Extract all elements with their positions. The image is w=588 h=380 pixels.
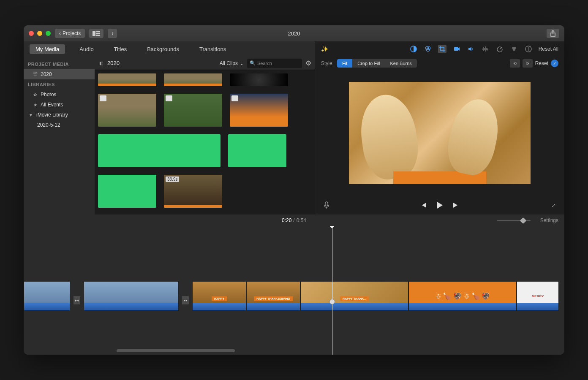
clip-grid: 38.9s [95, 70, 315, 214]
speed-icon[interactable] [495, 45, 504, 53]
effects-icon[interactable] [510, 45, 518, 53]
back-to-projects-button[interactable]: ‹ Projects [55, 29, 85, 38]
all-events-item[interactable]: ★ All Events [24, 100, 95, 110]
playback-controls: ⤢ [315, 196, 564, 214]
playhead-knob[interactable] [329, 299, 335, 304]
playhead[interactable] [332, 226, 332, 355]
share-icon [550, 30, 556, 37]
reset-all-button[interactable]: Reset All [539, 46, 558, 52]
audio-clip-thumbnail[interactable] [228, 134, 286, 167]
media-event-name: 2020 [107, 60, 120, 66]
share-button[interactable] [547, 29, 559, 38]
timeline-clip[interactable]: MERRY [517, 281, 559, 311]
tab-backgrounds[interactable]: Backgrounds [141, 44, 185, 54]
clip-thumbnail[interactable] [164, 94, 222, 127]
imovie-library-item[interactable]: ▼ iMovie Library [24, 110, 95, 120]
project-media-item[interactable]: 🎬 2020 [24, 69, 95, 79]
settings-gear-icon[interactable]: ⚙ [305, 59, 311, 67]
timeline-clip[interactable] [84, 281, 179, 311]
preview-frame[interactable] [349, 82, 531, 184]
crop-to-fill-option[interactable]: Crop to Fill [352, 59, 385, 68]
crop-icon[interactable] [438, 45, 446, 53]
volume-icon[interactable] [467, 45, 475, 53]
svg-rect-9 [454, 47, 458, 51]
rotate-cw-button[interactable]: ⟳ [523, 59, 533, 68]
rotate-ccw-button[interactable]: ⟲ [510, 59, 520, 68]
timeline-header: 0:20 / 0:54 Settings [24, 214, 564, 226]
arrange-button[interactable] [89, 29, 103, 38]
media-column: ◧ 2020 All Clips ⌄ 🔍 Search ⚙ [95, 57, 315, 214]
apply-crop-button[interactable]: ✓ [551, 60, 558, 67]
color-balance-icon[interactable] [409, 45, 418, 53]
upper-panels: My Media Audio Titles Backgrounds Transi… [24, 41, 564, 214]
filter-label: All Clips [220, 60, 238, 66]
camera-icon [231, 95, 238, 101]
event-date-item[interactable]: 2020-5-12 [24, 120, 95, 130]
timeline-clip[interactable]: HAPPY THANK... [300, 281, 408, 311]
svg-text:i: i [528, 47, 529, 52]
disclosure-triangle-icon: ▼ [28, 112, 34, 118]
app-window: ‹ Projects ↓ 2020 My Media Audio Titles … [24, 25, 564, 355]
clip-thumbnail[interactable] [230, 94, 288, 127]
search-input[interactable]: 🔍 Search [247, 59, 302, 68]
clip-thumbnail[interactable] [98, 73, 156, 86]
timeline-clip[interactable]: ☃ 🍗 🦃 ☃ 🍗 🦃 [408, 281, 517, 311]
sidebar-toggle-icon[interactable]: ◧ [98, 60, 104, 66]
audio-clip-thumbnail[interactable] [98, 175, 156, 208]
timeline-settings-button[interactable]: Settings [540, 217, 558, 223]
tab-audio[interactable]: Audio [74, 44, 99, 54]
info-icon[interactable]: i [524, 45, 533, 53]
adjustment-toolbar: ✨ i Reset All [315, 41, 564, 57]
tab-my-media[interactable]: My Media [30, 44, 65, 54]
star-icon: ★ [32, 102, 38, 108]
prev-frame-button[interactable] [420, 202, 427, 208]
play-button[interactable] [436, 201, 443, 209]
color-correction-icon[interactable] [424, 45, 432, 53]
style-label: Style: [321, 60, 334, 66]
noise-reduction-icon[interactable] [481, 45, 490, 53]
title-overlay [393, 171, 486, 184]
chevron-left-icon: ‹ [59, 30, 61, 36]
project-media-header: PROJECT MEDIA [24, 59, 95, 69]
clip-thumbnail[interactable] [164, 73, 222, 86]
clip-thumbnail[interactable] [230, 73, 288, 86]
clip-thumbnail[interactable]: 38.9s [164, 175, 222, 208]
reset-crop-button[interactable]: Reset [535, 60, 548, 66]
preview-viewport [315, 70, 564, 196]
clip-thumbnail[interactable] [98, 94, 156, 127]
video-track: ▸◂ ▸◂ HAPPY HAPPY THANKSGIVING HAPPY THA… [24, 281, 564, 319]
all-events-label: All Events [41, 102, 63, 108]
timeline-track-area[interactable]: ▸◂ ▸◂ HAPPY HAPPY THANKSGIVING HAPPY THA… [24, 226, 564, 355]
fit-option[interactable]: Fit [337, 59, 352, 68]
transition[interactable]: ▸◂ [74, 296, 80, 304]
tab-titles[interactable]: Titles [108, 44, 133, 54]
maximize-window[interactable] [46, 31, 51, 36]
timeline-clip[interactable]: HAPPY [192, 281, 246, 311]
timeline-clip[interactable] [24, 281, 70, 311]
tab-transitions[interactable]: Transitions [193, 44, 232, 54]
timeline-clip[interactable]: HAPPY THANKSGIVING [246, 281, 300, 311]
projects-label: Projects [63, 30, 81, 36]
magic-wand-icon[interactable]: ✨ [321, 46, 328, 52]
horizontal-scrollbar[interactable] [117, 349, 235, 352]
ken-burns-option[interactable]: Ken Burns [385, 59, 416, 68]
timeline-area: 0:20 / 0:54 Settings ▸◂ ▸◂ HAPPY HAPPY T… [24, 214, 564, 355]
stabilization-icon[interactable] [452, 45, 461, 53]
audio-clip-thumbnail[interactable] [98, 134, 220, 167]
close-window[interactable] [29, 31, 34, 36]
fullscreen-icon[interactable]: ⤢ [551, 202, 556, 209]
time-sep: / [293, 217, 294, 223]
arrange-icon [93, 31, 100, 36]
photos-library-item[interactable]: ✿ Photos [24, 90, 95, 100]
clip-filter-dropdown[interactable]: All Clips ⌄ [220, 60, 244, 66]
next-frame-button[interactable] [452, 202, 459, 208]
camera-icon [166, 95, 172, 101]
zoom-slider[interactable] [497, 220, 531, 221]
dropdown-chevron-icon: ⌄ [240, 60, 244, 66]
transition[interactable]: ▸◂ [182, 296, 189, 304]
import-button[interactable]: ↓ [108, 29, 117, 38]
download-icon: ↓ [111, 30, 114, 36]
minimize-window[interactable] [37, 31, 42, 36]
voiceover-mic-icon[interactable] [324, 201, 329, 209]
camera-icon [100, 95, 106, 101]
